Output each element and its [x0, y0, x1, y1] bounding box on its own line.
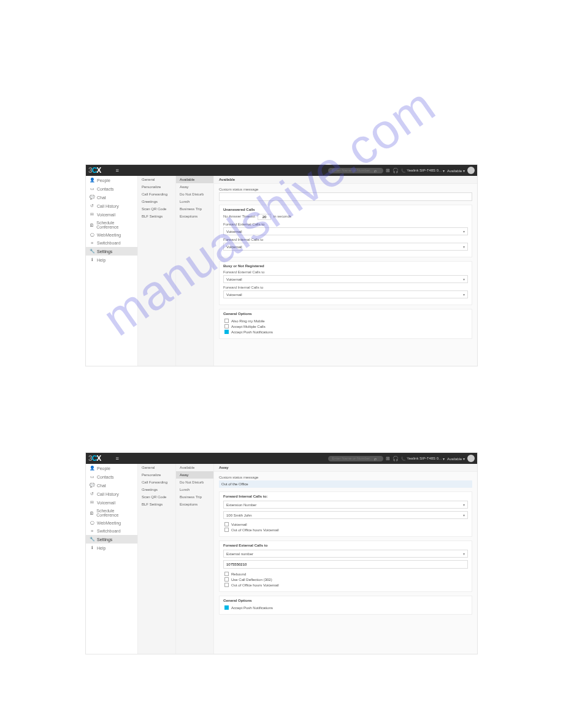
internal-ext-select[interactable]: 100 Smith John▾ — [223, 511, 468, 519]
avatar[interactable] — [467, 167, 475, 174]
external-number-input[interactable] — [223, 560, 468, 569]
info-icon: ℹ — [90, 545, 94, 550]
settings-subnav: General Personalize Call Forwarding Gree… — [138, 464, 176, 654]
menu-icon[interactable]: ≡ — [115, 455, 118, 461]
wrench-icon: 🔧 — [90, 249, 94, 254]
checkbox-icon — [224, 528, 229, 532]
headset-icon[interactable]: 🎧 — [393, 168, 399, 173]
opt-push-notifications[interactable]: Accept Push Notifications — [224, 329, 468, 335]
internal-type-select[interactable]: Extension Number▾ — [223, 501, 468, 509]
fwd-int-select[interactable]: Voicemail▾ — [223, 243, 468, 251]
caret-icon: ▾ — [463, 229, 465, 233]
headset-icon[interactable]: 🎧 — [393, 456, 399, 461]
status-dnd[interactable]: Do Not Disturb — [176, 191, 213, 198]
subnav-greetings[interactable]: Greetings — [138, 198, 175, 205]
status-selector[interactable]: Available ▾ — [447, 169, 465, 173]
opt-internal-ooh-vm[interactable]: Out of Office hours Voicemail — [224, 527, 468, 533]
menu-icon[interactable]: ≡ — [115, 167, 118, 173]
status-away[interactable]: Away — [176, 183, 213, 191]
opt-internal-voicemail[interactable]: Voicemail — [224, 521, 468, 527]
status-exceptions[interactable]: Exceptions — [176, 213, 213, 220]
nav-schedule-conference[interactable]: 🗓Schedule Conference — [86, 219, 137, 231]
opt-call-deflection[interactable]: Use Call Deflection (302) — [224, 577, 468, 582]
status-away[interactable]: Away — [176, 471, 213, 479]
nav-settings[interactable]: 🔧Settings — [86, 535, 137, 544]
custom-status-input[interactable] — [219, 192, 472, 201]
chat-icon: 💬 — [90, 483, 94, 488]
monitor-icon: 🖵 — [90, 521, 94, 525]
subnav-general[interactable]: General — [138, 176, 175, 183]
subnav-blf[interactable]: BLF Settings — [138, 501, 175, 508]
history-icon: ↺ — [90, 491, 94, 496]
status-dnd[interactable]: Do Not Disturb — [176, 479, 213, 486]
status-business-trip[interactable]: Business Trip — [176, 493, 213, 501]
search-input[interactable] — [332, 169, 372, 172]
nav-schedule-conference[interactable]: 🗓Schedule Conference — [86, 507, 137, 519]
nav-contacts[interactable]: ▭Contacts — [86, 184, 137, 193]
nav-voicemail[interactable]: ✉Voicemail — [86, 498, 137, 507]
status-available[interactable]: Available — [176, 464, 213, 471]
panel-title: Available — [214, 176, 477, 184]
custom-status-value[interactable]: Out of the Office — [219, 480, 472, 488]
dialpad-icon[interactable]: ⊞ — [386, 456, 390, 461]
card-general-options: General Options Accept Push Notification… — [219, 596, 472, 615]
nav-people[interactable]: 👤People — [86, 464, 137, 472]
opt-external-ooh-vm[interactable]: Out of Office hours Voicemail — [224, 582, 468, 588]
device-selector[interactable]: 📞Yealink SIP-T48S 0...▾ — [401, 169, 445, 173]
avatar[interactable] — [467, 455, 475, 462]
subnav-scan-qr[interactable]: Scan QR Code — [138, 205, 175, 213]
status-exceptions[interactable]: Exceptions — [176, 501, 213, 508]
opt-multiple-calls[interactable]: Accept Multiple Calls — [224, 324, 468, 329]
search-box[interactable]: ⌕ — [328, 456, 383, 461]
busy-fwd-int-label: Forward Internal Calls to — [223, 286, 468, 289]
no-answer-timeout-input[interactable] — [258, 214, 271, 220]
nav-webmeeting[interactable]: 🖵WebMeeting — [86, 231, 137, 239]
subnav-call-forwarding[interactable]: Call Forwarding — [138, 191, 175, 198]
opt-ring-mobile[interactable]: Also Ring my Mobile — [224, 318, 468, 324]
nav-webmeeting[interactable]: 🖵WebMeeting — [86, 519, 137, 527]
subnav-call-forwarding[interactable]: Call Forwarding — [138, 479, 175, 486]
subnav-personalize[interactable]: Personalize — [138, 183, 175, 191]
search-icon[interactable]: ⌕ — [374, 169, 377, 173]
status-lunch[interactable]: Lunch — [176, 198, 213, 205]
checkbox-icon — [224, 324, 229, 328]
status-available[interactable]: Available — [176, 176, 213, 183]
status-selector[interactable]: Available ▾ — [447, 457, 465, 461]
status-lunch[interactable]: Lunch — [176, 486, 213, 493]
checkbox-icon — [224, 319, 229, 323]
nav-switchboard[interactable]: ≡Switchboard — [86, 239, 137, 247]
nav-help[interactable]: ℹHelp — [86, 256, 137, 264]
subnav-greetings[interactable]: Greetings — [138, 486, 175, 493]
opt-rebound[interactable]: Rebound — [224, 571, 468, 577]
nav-call-history[interactable]: ↺Call History — [86, 490, 137, 498]
search-box[interactable]: ⌕ — [328, 168, 383, 173]
subnav-scan-qr[interactable]: Scan QR Code — [138, 493, 175, 501]
nav-voicemail[interactable]: ✉Voicemail — [86, 210, 137, 219]
nav-help[interactable]: ℹHelp — [86, 544, 137, 552]
subnav-general[interactable]: General — [138, 464, 175, 471]
busy-fwd-ext-select[interactable]: Voicemail▾ — [223, 275, 468, 283]
device-selector[interactable]: 📞Yealink SIP-T48S 0...▾ — [401, 457, 445, 461]
fwd-ext-select[interactable]: Voicemail▾ — [223, 227, 468, 235]
dialpad-icon[interactable]: ⊞ — [386, 168, 390, 173]
search-icon[interactable]: ⌕ — [374, 457, 377, 461]
nav-call-history[interactable]: ↺Call History — [86, 202, 137, 210]
nav-chat[interactable]: 💬Chat — [86, 193, 137, 202]
status-business-trip[interactable]: Business Trip — [176, 205, 213, 213]
nav-people[interactable]: 👤People — [86, 176, 137, 184]
nav-chat[interactable]: 💬Chat — [86, 481, 137, 490]
nav-settings[interactable]: 🔧Settings — [86, 247, 137, 256]
person-icon: 👤 — [90, 178, 94, 183]
nav-switchboard[interactable]: ≡Switchboard — [86, 527, 137, 535]
checkbox-icon — [224, 583, 229, 587]
search-input[interactable] — [332, 457, 372, 460]
opt-push-notifications[interactable]: Accept Push Notifications — [224, 605, 468, 610]
busy-fwd-int-select[interactable]: Voicemail▾ — [223, 290, 468, 298]
nav-contacts[interactable]: ▭Contacts — [86, 472, 137, 481]
subnav-blf[interactable]: BLF Settings — [138, 213, 175, 220]
card-title-busy: Busy or Not Registered — [223, 264, 468, 268]
external-type-select[interactable]: External number▾ — [223, 550, 468, 558]
card-forward-external: Forward External Calls to External numbe… — [219, 540, 472, 592]
caret-icon: ▾ — [463, 277, 465, 281]
subnav-personalize[interactable]: Personalize — [138, 471, 175, 479]
